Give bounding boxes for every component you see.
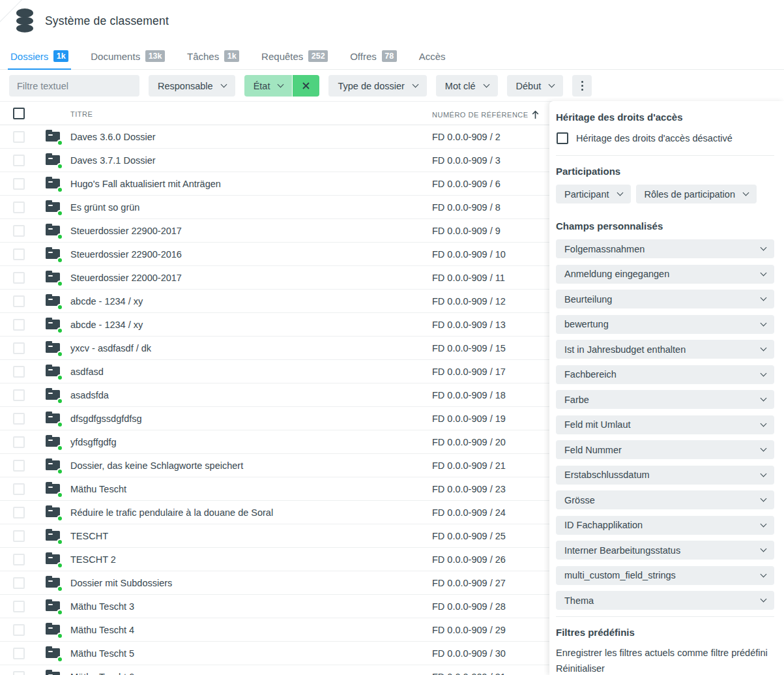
row-checkbox[interactable] xyxy=(13,319,25,331)
more-filters-button[interactable] xyxy=(572,75,592,97)
custom-fields-heading: Champs personnalisés xyxy=(556,220,774,232)
row-checkbox[interactable] xyxy=(13,366,25,378)
dossier-reference: FD 0.0.0-909 / 18 xyxy=(432,390,506,400)
dossier-reference: FD 0.0.0-909 / 13 xyxy=(432,320,506,330)
custom-field-dropdown[interactable]: Erstabschlussdatum xyxy=(556,466,774,485)
filter-chip[interactable]: Mot clé xyxy=(436,75,498,97)
row-checkbox[interactable] xyxy=(13,460,25,472)
dossier-reference: FD 0.0.0-909 / 9 xyxy=(432,226,501,236)
custom-field-dropdown[interactable]: Beurteilung xyxy=(556,290,774,308)
row-checkbox[interactable] xyxy=(13,202,25,213)
dossier-title: Hugo's Fall aktualisiert mit Anträgen xyxy=(70,179,221,189)
status-dot xyxy=(57,445,64,452)
participation-roles-dropdown[interactable]: Rôles de participation xyxy=(636,185,757,203)
dossier-folder-icon xyxy=(46,130,62,144)
dossier-title: Es grünt so grün xyxy=(70,202,139,213)
tab-count-badge: 13k xyxy=(145,50,165,62)
dossier-title: Daves 3.7.1 Dossier xyxy=(70,155,156,166)
custom-field-dropdown[interactable]: Folgemassnahmen xyxy=(556,239,774,258)
row-checkbox[interactable] xyxy=(13,507,25,518)
row-checkbox[interactable] xyxy=(13,248,25,260)
custom-field-dropdown[interactable]: ID Fachapplikation xyxy=(556,516,774,535)
tab[interactable]: Offres 78 xyxy=(349,50,398,69)
access-inheritance-checkbox-row[interactable]: Héritage des droits d'accès désactivé xyxy=(557,132,774,144)
filter-chip[interactable]: État xyxy=(244,75,293,97)
status-dot xyxy=(57,562,64,569)
chevron-down-icon xyxy=(761,295,767,301)
text-filter-input[interactable] xyxy=(9,75,139,97)
reset-filters-link[interactable]: Réinitialiser xyxy=(556,663,774,674)
column-header-reference[interactable]: NUMÉRO DE RÉFÉRENCE xyxy=(432,110,540,119)
dossier-folder-icon xyxy=(46,294,62,308)
access-inheritance-checkbox[interactable] xyxy=(557,132,568,144)
row-checkbox[interactable] xyxy=(13,413,25,425)
custom-field-dropdown[interactable]: Ist in Jahresbudget enthalten xyxy=(556,340,774,359)
row-checkbox[interactable] xyxy=(13,389,25,401)
tab[interactable]: Requêtes 252 xyxy=(260,50,329,69)
row-checkbox[interactable] xyxy=(13,295,25,307)
dossier-reference: FD 0.0.0-909 / 23 xyxy=(432,484,506,494)
custom-field-dropdown[interactable]: Thema xyxy=(556,591,774,610)
dossier-folder-icon xyxy=(46,224,62,238)
filter-chip-label: Mot clé xyxy=(445,81,476,91)
filter-chip[interactable]: Début xyxy=(507,75,564,97)
status-dot xyxy=(57,210,64,217)
row-checkbox[interactable] xyxy=(13,131,25,143)
row-checkbox[interactable] xyxy=(13,577,25,589)
filter-chip[interactable]: Responsable xyxy=(149,75,235,97)
row-checkbox[interactable] xyxy=(13,648,25,659)
dossier-folder-icon xyxy=(46,529,62,543)
custom-field-dropdown[interactable]: Feld mit Umlaut xyxy=(556,415,774,434)
dossier-folder-icon xyxy=(46,599,62,614)
row-checkbox[interactable] xyxy=(13,530,25,542)
row-checkbox[interactable] xyxy=(13,554,25,565)
filter-chip-label: Début xyxy=(516,81,542,91)
tab[interactable]: Accès xyxy=(418,51,447,69)
divider xyxy=(556,616,774,617)
custom-field-dropdown[interactable]: Interner Bearbeitungsstatus xyxy=(556,541,774,560)
dossier-folder-icon xyxy=(46,435,62,449)
tab-label: Documents xyxy=(91,51,140,62)
custom-field-dropdown[interactable]: Grösse xyxy=(556,490,774,509)
custom-field-label: Beurteilung xyxy=(564,294,612,305)
custom-field-label: ID Fachapplikation xyxy=(564,520,643,530)
row-checkbox[interactable] xyxy=(13,225,25,237)
dossier-title: yxcv - asdfasdf / dk xyxy=(70,343,151,353)
tab[interactable]: Tâches 1k xyxy=(186,50,240,69)
custom-fields-list: Folgemassnahmen Anmeldung eingegangen Be… xyxy=(556,239,774,610)
row-checkbox[interactable] xyxy=(13,483,25,495)
custom-field-dropdown[interactable]: Anmeldung eingegangen xyxy=(556,265,774,284)
row-checkbox[interactable] xyxy=(13,671,25,675)
tab-count-badge: 1k xyxy=(224,50,239,62)
filter-chip-label: Responsable xyxy=(158,81,213,91)
row-checkbox[interactable] xyxy=(13,342,25,354)
dossier-reference: FD 0.0.0-909 / 17 xyxy=(432,367,506,377)
row-checkbox[interactable] xyxy=(13,436,25,448)
status-dot xyxy=(57,374,64,382)
tab[interactable]: Documents 13k xyxy=(89,50,166,69)
status-dot xyxy=(57,140,64,147)
dossier-folder-icon xyxy=(46,412,62,426)
chevron-down-icon xyxy=(483,82,489,88)
custom-field-dropdown[interactable]: Fachbereich xyxy=(556,365,774,384)
custom-field-dropdown[interactable]: multi_custom_field_strings xyxy=(556,566,774,585)
predefined-filters-heading: Filtres prédéfinis xyxy=(556,627,774,638)
custom-field-dropdown[interactable]: bewertung xyxy=(556,315,774,334)
custom-field-dropdown[interactable]: Feld Nummer xyxy=(556,440,774,459)
status-dot xyxy=(57,539,64,546)
participant-dropdown[interactable]: Participant xyxy=(556,185,631,203)
row-checkbox[interactable] xyxy=(13,178,25,190)
row-checkbox[interactable] xyxy=(13,272,25,284)
filter-chip[interactable]: Type de dossier xyxy=(328,75,426,97)
select-all-checkbox[interactable] xyxy=(13,108,25,119)
chevron-down-icon xyxy=(278,82,284,88)
dossier-title: Mäthu Tescht 5 xyxy=(70,648,134,659)
status-dot xyxy=(57,633,64,640)
tab[interactable]: Dossiers 1k xyxy=(9,50,70,69)
custom-field-dropdown[interactable]: Farbe xyxy=(556,390,774,409)
row-checkbox[interactable] xyxy=(13,155,25,166)
row-checkbox[interactable] xyxy=(13,624,25,636)
save-filters-link[interactable]: Enregistrer les filtres actuels comme fi… xyxy=(556,648,774,658)
row-checkbox[interactable] xyxy=(13,601,25,612)
remove-filter-button[interactable] xyxy=(293,75,319,97)
